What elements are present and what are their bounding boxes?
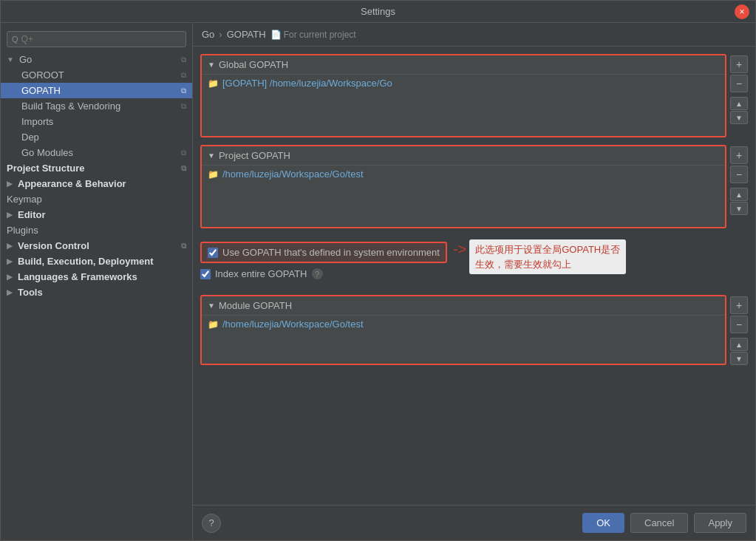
sidebar: Q ▼ Go ⧉ GOROOT ⧉ GOPATH ⧉ Build Tags & …: [1, 23, 193, 540]
project-gopath-arrow-icon: ▼: [208, 152, 215, 160]
sidebar-item-dep[interactable]: Dep: [1, 129, 192, 145]
global-gopath-remove-button[interactable]: −: [730, 75, 748, 92]
sidebar-item-imports[interactable]: Imports: [1, 114, 192, 129]
sidebar-item-editor-label: Editor: [18, 209, 46, 220]
index-gopath-label: Index entire GOPATH: [215, 268, 307, 279]
for-current-icon: 📄: [270, 30, 282, 40]
languages-arrow-icon: ▶: [7, 273, 13, 281]
module-gopath-path: /home/luzejia/Workspace/Go/test: [222, 319, 364, 330]
sidebar-item-keymap[interactable]: Keymap: [1, 191, 192, 207]
gopath-copy-icon: ⧉: [181, 86, 186, 95]
module-gopath-path-row[interactable]: 📁 /home/luzejia/Workspace/Go/test: [202, 316, 725, 333]
global-gopath-controls: + − ▲ ▼: [730, 54, 748, 137]
search-input[interactable]: [21, 34, 181, 44]
project-gopath-scroll-down-button[interactable]: ▼: [730, 202, 748, 215]
use-gopath-checkbox-row: Use GOPATH that's defined in system envi…: [200, 242, 447, 263]
close-button[interactable]: ×: [735, 4, 749, 19]
project-gopath-section: ▼ Project GOPATH 📁 /home/luzejia/Workspa…: [200, 145, 748, 228]
sidebar-item-gopath[interactable]: GOPATH ⧉: [1, 83, 192, 98]
main-content: ▼ Global GOPATH 📁 [GOPATH] /home/luzejia…: [193, 47, 755, 505]
sidebar-item-tools-label: Tools: [18, 287, 43, 298]
for-current-project: 📄 For current project: [270, 30, 356, 40]
project-gopath-path: /home/luzejia/Workspace/Go/test: [222, 169, 364, 180]
annotation-arrow-icon: ->: [453, 239, 466, 258]
sidebar-item-go-label: Go: [19, 54, 32, 65]
sidebar-item-build-exec-label: Build, Execution, Deployment: [18, 256, 153, 267]
ok-button[interactable]: OK: [582, 513, 624, 533]
apply-button[interactable]: Apply: [694, 513, 746, 533]
sidebar-item-build-tags[interactable]: Build Tags & Vendoring ⧉: [1, 98, 192, 114]
title-bar: Settings ×: [1, 1, 755, 23]
sidebar-item-plugins[interactable]: Plugins: [1, 222, 192, 238]
sidebar-item-project-structure[interactable]: Project Structure ⧉: [1, 160, 192, 176]
help-button[interactable]: ?: [202, 514, 221, 533]
global-gopath-path-row[interactable]: 📁 [GOPATH] /home/luzejia/Workspace/Go: [202, 75, 725, 92]
sidebar-item-appearance-label: Appearance & Behavior: [18, 178, 126, 189]
sidebar-item-languages[interactable]: ▶ Languages & Frameworks: [1, 269, 192, 285]
search-icon: Q: [12, 35, 18, 44]
main-header: Go › GOPATH 📄 For current project: [193, 23, 755, 47]
breadcrumb-root: Go: [202, 29, 214, 40]
global-gopath-add-button[interactable]: +: [730, 55, 748, 73]
global-gopath-scroll-controls: ▲ ▼: [730, 97, 748, 124]
project-gopath-scroll-controls: ▲ ▼: [730, 188, 748, 215]
sidebar-item-tools[interactable]: ▶ Tools: [1, 285, 192, 300]
sidebar-item-build-exec[interactable]: ▶ Build, Execution, Deployment: [1, 254, 192, 269]
sidebar-item-version-control[interactable]: ▶ Version Control ⧉: [1, 238, 192, 254]
project-folder-icon: 📁: [208, 169, 219, 180]
global-gopath-empty: [202, 92, 725, 136]
index-gopath-checkbox[interactable]: [200, 269, 211, 279]
sidebar-item-appearance-behavior[interactable]: ▶ Appearance & Behavior: [1, 176, 192, 191]
sidebar-item-goroot[interactable]: GOROOT ⧉: [1, 67, 192, 83]
project-gopath-remove-button[interactable]: −: [730, 166, 748, 183]
module-gopath-title: Module GOPATH: [219, 300, 292, 311]
module-gopath-section: ▼ Module GOPATH 📁 /home/luzejia/Workspac…: [200, 295, 748, 365]
project-structure-copy-icon: ⧉: [181, 164, 186, 173]
sidebar-item-editor[interactable]: ▶ Editor: [1, 207, 192, 222]
bottom-bar: ? OK Cancel Apply: [193, 505, 755, 540]
go-arrow-icon: ▼: [7, 55, 14, 64]
main-area: Go › GOPATH 📄 For current project ▼ Glob…: [193, 23, 755, 540]
sidebar-item-languages-label: Languages & Frameworks: [18, 271, 137, 282]
sidebar-item-build-tags-label: Build Tags & Vendoring: [21, 101, 120, 112]
search-box[interactable]: Q: [7, 31, 186, 47]
project-gopath-box: ▼ Project GOPATH 📁 /home/luzejia/Workspa…: [200, 145, 726, 228]
breadcrumb-child: GOPATH: [227, 29, 266, 40]
module-gopath-header: ▼ Module GOPATH: [202, 296, 725, 316]
sidebar-item-go-modules[interactable]: Go Modules ⧉: [1, 145, 192, 160]
dialog-title: Settings: [361, 6, 395, 17]
index-gopath-help-icon[interactable]: ?: [312, 268, 323, 279]
settings-dialog: Settings × Q ▼ Go ⧉ GOROOT ⧉: [0, 0, 756, 541]
project-gopath-path-row[interactable]: 📁 /home/luzejia/Workspace/Go/test: [202, 166, 725, 183]
sidebar-item-go-modules-label: Go Modules: [21, 147, 73, 158]
sidebar-item-vc-label: Version Control: [18, 240, 89, 251]
project-gopath-scroll-up-button[interactable]: ▲: [730, 188, 748, 201]
module-gopath-scroll-down-button[interactable]: ▼: [730, 352, 748, 365]
global-gopath-scroll-up-button[interactable]: ▲: [730, 97, 748, 110]
module-gopath-controls: + − ▲ ▼: [730, 295, 748, 365]
project-gopath-add-button[interactable]: +: [730, 146, 748, 164]
use-gopath-checkbox[interactable]: [208, 248, 218, 258]
project-gopath-controls: + − ▲ ▼: [730, 145, 748, 228]
module-gopath-box: ▼ Module GOPATH 📁 /home/luzejia/Workspac…: [200, 295, 726, 365]
bottom-left: ?: [202, 514, 221, 533]
content-area: Q ▼ Go ⧉ GOROOT ⧉ GOPATH ⧉ Build Tags & …: [1, 23, 755, 540]
global-gopath-box: ▼ Global GOPATH 📁 [GOPATH] /home/luzejia…: [200, 54, 726, 137]
module-gopath-scroll-up-button[interactable]: ▲: [730, 338, 748, 351]
module-gopath-scroll-controls: ▲ ▼: [730, 338, 748, 365]
cancel-button[interactable]: Cancel: [630, 513, 688, 533]
folder-icon: 📁: [208, 78, 219, 89]
sidebar-item-imports-label: Imports: [21, 116, 53, 127]
go-copy-icon: ⧉: [181, 55, 186, 64]
module-gopath-empty: [202, 333, 725, 355]
module-gopath-remove-button[interactable]: −: [730, 316, 748, 333]
build-tags-copy-icon: ⧉: [181, 102, 186, 111]
bottom-right: OK Cancel Apply: [582, 513, 746, 533]
sidebar-item-dep-label: Dep: [21, 132, 39, 143]
global-gopath-scroll-down-button[interactable]: ▼: [730, 111, 748, 124]
module-gopath-add-button[interactable]: +: [730, 296, 748, 314]
sidebar-item-project-structure-label: Project Structure: [7, 163, 84, 174]
sidebar-item-goroot-label: GOROOT: [21, 69, 64, 81]
project-gopath-empty: [202, 183, 725, 227]
sidebar-item-go[interactable]: ▼ Go ⧉: [1, 52, 192, 67]
